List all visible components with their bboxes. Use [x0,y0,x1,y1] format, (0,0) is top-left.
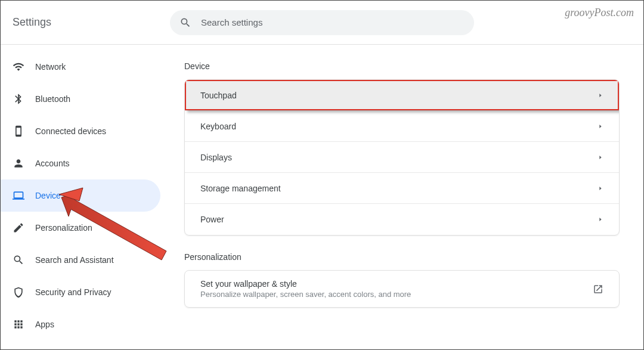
row-label: Keyboard [200,122,236,131]
sidebar: Network Bluetooth Connected devices Acco… [1,45,160,349]
sidebar-item-label: Device [35,191,61,200]
main-content: Device Touchpad Keyboard Displays Storag… [160,45,643,349]
laptop-icon [13,190,24,202]
sidebar-item-label: Network [35,62,66,72]
row-label: Touchpad [200,91,237,100]
row-label: Displays [200,153,232,162]
apps-icon [13,318,24,330]
sidebar-item-apps[interactable]: Apps [1,308,160,340]
person-icon [13,157,24,169]
search-input[interactable] [201,17,465,27]
chevron-right-icon [597,185,603,191]
row-keyboard[interactable]: Keyboard [185,111,619,142]
sidebar-item-label: Bluetooth [35,94,70,104]
wifi-icon [13,61,24,73]
sidebar-item-label: Apps [35,320,54,329]
wallpaper-title: Set your wallpaper & style [200,279,411,289]
sidebar-item-network[interactable]: Network [1,51,160,83]
watermark: groovyPost.com [565,7,634,19]
chevron-right-icon [597,216,603,222]
search-icon [13,254,24,266]
sidebar-item-search-assistant[interactable]: Search and Assistant [1,244,160,276]
section-title-personalization: Personalization [184,252,620,262]
page-title: Settings [13,16,51,29]
sidebar-item-accounts[interactable]: Accounts [1,147,160,179]
section-title-device: Device [184,61,620,71]
row-label: Power [200,215,224,224]
chevron-right-icon [597,123,603,129]
wallpaper-subtitle: Personalize wallpaper, screen saver, acc… [200,290,411,299]
shield-icon [13,286,24,298]
sidebar-item-security[interactable]: Security and Privacy [1,276,160,308]
sidebar-item-personalization[interactable]: Personalization [1,212,160,244]
sidebar-item-label: Search and Assistant [35,255,114,265]
chevron-right-icon [597,154,603,160]
sidebar-item-label: Personalization [35,223,92,233]
row-displays[interactable]: Displays [185,142,619,173]
row-wallpaper[interactable]: Set your wallpaper & style Personalize w… [185,271,619,307]
chevron-right-icon [597,92,603,98]
row-storage[interactable]: Storage management [185,173,619,204]
sidebar-item-label: Security and Privacy [35,287,112,297]
sidebar-item-label: Accounts [35,159,70,168]
highlight-frame [185,80,619,110]
sidebar-item-device[interactable]: Device [1,179,160,212]
pen-icon [13,222,24,234]
row-power[interactable]: Power [185,204,619,235]
phone-icon [13,125,24,137]
sidebar-item-label: Connected devices [35,126,106,136]
search-box[interactable] [170,10,474,35]
header: Settings [1,1,643,45]
sidebar-item-connected-devices[interactable]: Connected devices [1,115,160,147]
personalization-card: Set your wallpaper & style Personalize w… [184,270,620,308]
row-label: Storage management [200,184,281,193]
device-card: Touchpad Keyboard Displays Storage manag… [184,79,620,236]
search-icon [179,17,191,29]
sidebar-item-bluetooth[interactable]: Bluetooth [1,83,160,115]
bluetooth-icon [13,93,24,105]
open-in-new-icon [593,284,603,295]
row-touchpad[interactable]: Touchpad [185,80,619,111]
